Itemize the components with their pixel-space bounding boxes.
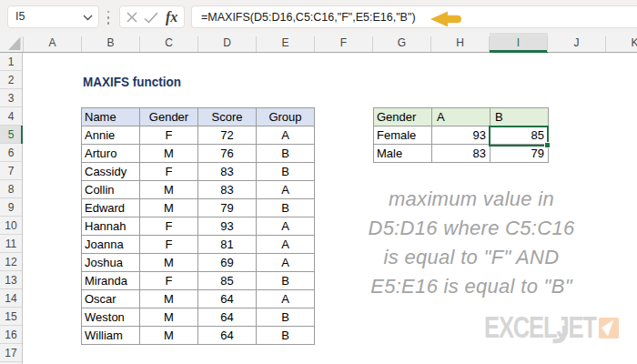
svg-text:fx: fx xyxy=(166,9,177,25)
